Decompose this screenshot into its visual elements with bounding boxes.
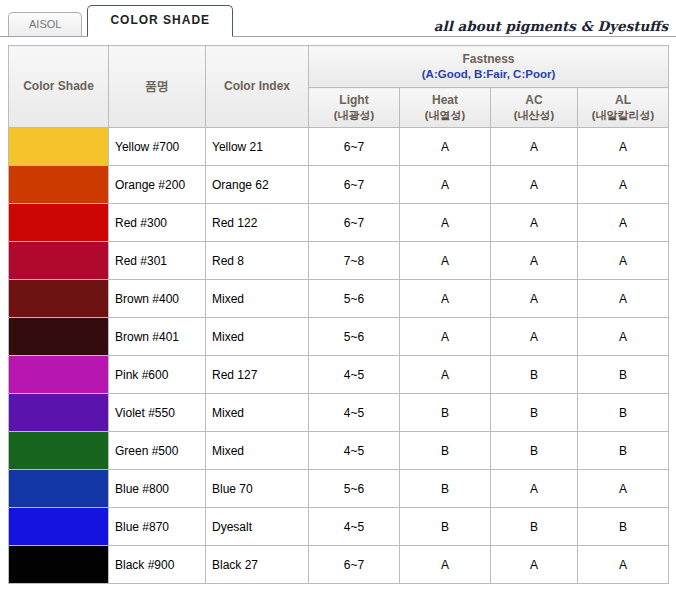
header-al: AL (내알칼리성) bbox=[578, 88, 669, 128]
light-fastness-cell: 4~5 bbox=[309, 432, 400, 470]
product-name-cell: Green #500 bbox=[109, 432, 206, 470]
al-fastness-cell: B bbox=[578, 394, 669, 432]
tab-color-shade[interactable]: COLOR SHADE bbox=[87, 5, 233, 37]
header-ac: AC (내산성) bbox=[491, 88, 578, 128]
heat-fastness-cell: A bbox=[400, 204, 491, 242]
table-row: Red #301Red 87~8AAA bbox=[9, 242, 669, 280]
al-fastness-cell: B bbox=[578, 432, 669, 470]
table-row: Red #300Red 1226~7AAA bbox=[9, 204, 669, 242]
product-name-cell: Blue #800 bbox=[109, 470, 206, 508]
color-index-cell: Yellow 21 bbox=[206, 128, 309, 166]
heat-fastness-cell: B bbox=[400, 394, 491, 432]
color-swatch bbox=[9, 280, 109, 318]
light-fastness-cell: 5~6 bbox=[309, 470, 400, 508]
table-row: Violet #550Mixed4~5BBB bbox=[9, 394, 669, 432]
light-fastness-cell: 6~7 bbox=[309, 166, 400, 204]
heat-fastness-cell: A bbox=[400, 166, 491, 204]
heat-fastness-cell: A bbox=[400, 128, 491, 166]
color-swatch bbox=[9, 546, 109, 584]
header-light: Light (내광성) bbox=[309, 88, 400, 128]
table-row: Black #900Black 276~7AAA bbox=[9, 546, 669, 584]
light-fastness-cell: 7~8 bbox=[309, 242, 400, 280]
ac-fastness-cell: A bbox=[491, 128, 578, 166]
ac-fastness-cell: A bbox=[491, 318, 578, 356]
table-row: Green #500Mixed4~5BBB bbox=[9, 432, 669, 470]
color-swatch bbox=[9, 432, 109, 470]
heat-fastness-cell: A bbox=[400, 318, 491, 356]
header-al-ko: (내알칼리성) bbox=[580, 108, 666, 123]
product-name-cell: Yellow #700 bbox=[109, 128, 206, 166]
heat-fastness-cell: A bbox=[400, 242, 491, 280]
color-swatch bbox=[9, 204, 109, 242]
table-row: Orange #200Orange 626~7AAA bbox=[9, 166, 669, 204]
color-swatch bbox=[9, 318, 109, 356]
color-shade-table: Color Shade 품명 Color Index Fastness (A:G… bbox=[8, 45, 669, 584]
ac-fastness-cell: A bbox=[491, 166, 578, 204]
table-row: Brown #401Mixed5~6AAA bbox=[9, 318, 669, 356]
content-area: Color Shade 품명 Color Index Fastness (A:G… bbox=[0, 37, 676, 592]
al-fastness-cell: A bbox=[578, 128, 669, 166]
color-swatch bbox=[9, 394, 109, 432]
table-row: Blue #870Dyesalt4~5BBB bbox=[9, 508, 669, 546]
tab-aisol[interactable]: AISOL bbox=[8, 12, 82, 36]
product-name-cell: Brown #400 bbox=[109, 280, 206, 318]
color-index-cell: Mixed bbox=[206, 280, 309, 318]
ac-fastness-cell: A bbox=[491, 546, 578, 584]
heat-fastness-cell: A bbox=[400, 280, 491, 318]
header-color-shade: Color Shade bbox=[9, 46, 109, 128]
al-fastness-cell: A bbox=[578, 242, 669, 280]
color-index-cell: Red 122 bbox=[206, 204, 309, 242]
table-body: Yellow #700Yellow 216~7AAAOrange #200Ora… bbox=[9, 128, 669, 584]
site-tagline: all about pigments & Dyestuffs bbox=[434, 18, 668, 36]
header-al-en: AL bbox=[580, 92, 666, 108]
color-swatch bbox=[9, 242, 109, 280]
al-fastness-cell: A bbox=[578, 204, 669, 242]
header-color-index: Color Index bbox=[206, 46, 309, 128]
color-index-cell: Black 27 bbox=[206, 546, 309, 584]
al-fastness-cell: A bbox=[578, 470, 669, 508]
color-index-cell: Mixed bbox=[206, 318, 309, 356]
header-product-name: 품명 bbox=[109, 46, 206, 128]
light-fastness-cell: 4~5 bbox=[309, 394, 400, 432]
light-fastness-cell: 5~6 bbox=[309, 280, 400, 318]
heat-fastness-cell: B bbox=[400, 508, 491, 546]
header-fastness-legend: (A:Good, B:Fair, C:Poor) bbox=[311, 67, 666, 83]
ac-fastness-cell: B bbox=[491, 394, 578, 432]
table-row: Blue #800Blue 705~6BAA bbox=[9, 470, 669, 508]
color-index-cell: Orange 62 bbox=[206, 166, 309, 204]
header-heat-ko: (내열성) bbox=[402, 108, 488, 123]
al-fastness-cell: A bbox=[578, 280, 669, 318]
al-fastness-cell: A bbox=[578, 318, 669, 356]
product-name-cell: Violet #550 bbox=[109, 394, 206, 432]
light-fastness-cell: 4~5 bbox=[309, 356, 400, 394]
light-fastness-cell: 4~5 bbox=[309, 508, 400, 546]
al-fastness-cell: B bbox=[578, 356, 669, 394]
color-index-cell: Red 8 bbox=[206, 242, 309, 280]
ac-fastness-cell: A bbox=[491, 204, 578, 242]
heat-fastness-cell: A bbox=[400, 546, 491, 584]
color-index-cell: Mixed bbox=[206, 432, 309, 470]
table-row: Brown #400Mixed5~6AAA bbox=[9, 280, 669, 318]
product-name-cell: Red #300 bbox=[109, 204, 206, 242]
ac-fastness-cell: B bbox=[491, 508, 578, 546]
product-name-cell: Black #900 bbox=[109, 546, 206, 584]
product-name-cell: Blue #870 bbox=[109, 508, 206, 546]
ac-fastness-cell: A bbox=[491, 280, 578, 318]
product-name-cell: Orange #200 bbox=[109, 166, 206, 204]
tab-bar: AISOL COLOR SHADE all about pigments & D… bbox=[0, 0, 676, 37]
header-light-en: Light bbox=[311, 92, 397, 108]
header-fastness-title: Fastness bbox=[311, 51, 666, 67]
color-index-cell: Blue 70 bbox=[206, 470, 309, 508]
ac-fastness-cell: B bbox=[491, 432, 578, 470]
header-ac-ko: (내산성) bbox=[493, 108, 575, 123]
heat-fastness-cell: A bbox=[400, 356, 491, 394]
al-fastness-cell: B bbox=[578, 508, 669, 546]
header-heat-en: Heat bbox=[402, 92, 488, 108]
light-fastness-cell: 6~7 bbox=[309, 204, 400, 242]
ac-fastness-cell: A bbox=[491, 470, 578, 508]
light-fastness-cell: 6~7 bbox=[309, 546, 400, 584]
heat-fastness-cell: B bbox=[400, 470, 491, 508]
header-light-ko: (내광성) bbox=[311, 108, 397, 123]
al-fastness-cell: A bbox=[578, 166, 669, 204]
al-fastness-cell: A bbox=[578, 546, 669, 584]
